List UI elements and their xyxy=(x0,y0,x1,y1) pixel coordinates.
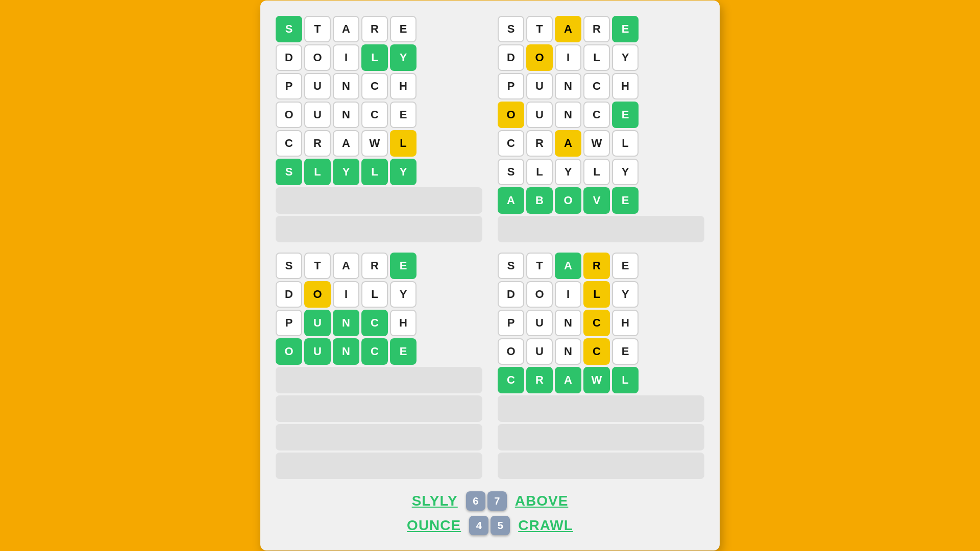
grid-cell: O xyxy=(276,102,302,128)
grid-row: STARE xyxy=(276,16,482,42)
empty-row-6 xyxy=(276,187,482,214)
grid-cell: L xyxy=(612,130,639,157)
grid-cell: N xyxy=(333,338,359,365)
score-badge-1a: 6 xyxy=(466,491,485,511)
grid-cell: S xyxy=(498,16,524,42)
grid-cell: C xyxy=(361,310,388,336)
grid-cell: C xyxy=(361,102,388,128)
grid-row: OUNCE xyxy=(498,338,704,365)
grid-cell: E xyxy=(612,102,639,128)
grid-cell: D xyxy=(276,281,302,308)
grid-cell: H xyxy=(390,310,416,336)
grid-cell: A xyxy=(333,253,359,279)
grid-cell: L xyxy=(583,44,610,71)
grid-cell: R xyxy=(304,130,331,157)
grid-cell: I xyxy=(333,281,359,308)
grid-cell: E xyxy=(390,102,416,128)
grid-cell: I xyxy=(555,44,581,71)
grid-cell: O xyxy=(276,338,302,365)
grids-container: STAREDOILYPUNCHOUNCECRAWLSLYLY STAREDOIL… xyxy=(276,16,704,479)
grid-cell: L xyxy=(526,159,553,185)
grid-cell: L xyxy=(583,159,610,185)
grid-row: CRAWL xyxy=(276,130,482,157)
grid-cell: E xyxy=(390,16,416,42)
grid-cell: B xyxy=(526,187,553,214)
grid-cell: Y xyxy=(390,281,416,308)
grid-cell: U xyxy=(526,73,553,99)
grid-cell: S xyxy=(276,253,302,279)
empty-row-7 xyxy=(498,453,704,479)
grid-cell: U xyxy=(304,310,331,336)
grid-cell: Y xyxy=(612,44,639,71)
grid-cell: U xyxy=(304,102,331,128)
bottom-section: SLYLY 6 7 ABOVE OUNCE 4 5 CRAWL xyxy=(276,491,704,535)
grid-cell: S xyxy=(498,253,524,279)
grid-cell: N xyxy=(555,338,581,365)
grid-row: CRAWL xyxy=(498,367,704,393)
grid-cell: O xyxy=(304,44,331,71)
grid-cell: P xyxy=(276,73,302,99)
grid-cell: D xyxy=(498,44,524,71)
grid-cell: R xyxy=(583,16,610,42)
grid-cell: E xyxy=(612,16,639,42)
empty-row-5 xyxy=(276,395,482,422)
grid-cell: A xyxy=(555,130,581,157)
grid-cell: H xyxy=(612,310,639,336)
empty-row-5 xyxy=(498,395,704,422)
grid-cell: E xyxy=(612,253,639,279)
grid-cell: Y xyxy=(555,159,581,185)
grid-cell: S xyxy=(276,159,302,185)
score-badge-2b: 5 xyxy=(491,516,510,535)
grid-cell: W xyxy=(361,130,388,157)
word-ounce[interactable]: OUNCE xyxy=(407,517,461,534)
word-above[interactable]: ABOVE xyxy=(515,493,569,509)
grid-cell: R xyxy=(361,253,388,279)
grid-1: STAREDOILYPUNCHOUNCECRAWLSLYLY xyxy=(276,16,482,242)
grid-cell: C xyxy=(276,130,302,157)
word-crawl[interactable]: CRAWL xyxy=(518,517,573,534)
grid-cell: W xyxy=(583,130,610,157)
word-slyly[interactable]: SLYLY xyxy=(412,493,458,509)
grid-cell: D xyxy=(276,44,302,71)
grid-cell: R xyxy=(526,367,553,393)
grid-cell: V xyxy=(583,187,610,214)
grid-row: STARE xyxy=(498,16,704,42)
grid-cell: R xyxy=(361,16,388,42)
grid-row: SLYLY xyxy=(276,159,482,185)
grid-cell: O xyxy=(498,102,524,128)
score-row-2: OUNCE 4 5 CRAWL xyxy=(407,516,573,535)
score-badge-2a: 4 xyxy=(469,516,488,535)
grid-cell: I xyxy=(333,44,359,71)
grid-row: PUNCH xyxy=(276,73,482,99)
grid-4: STAREDOILYPUNCHOUNCECRAWL xyxy=(498,253,704,479)
grid-2: STAREDOILYPUNCHOUNCECRAWLSLYLYABOVE xyxy=(498,16,704,242)
grid-cell: S xyxy=(498,159,524,185)
grid-row: CRAWL xyxy=(498,130,704,157)
grid-cell: A xyxy=(498,187,524,214)
grid-cell: U xyxy=(304,338,331,365)
grid-cell: P xyxy=(498,310,524,336)
grid-cell: N xyxy=(333,73,359,99)
grid-cell: A xyxy=(555,16,581,42)
grid-row: ABOVE xyxy=(498,187,704,214)
grid-row: STARE xyxy=(498,253,704,279)
grid-cell: H xyxy=(612,73,639,99)
grid-cell: O xyxy=(526,44,553,71)
grid-cell: T xyxy=(526,16,553,42)
grid-cell: Y xyxy=(390,44,416,71)
grid-cell: L xyxy=(583,281,610,308)
grid-row: DOILY xyxy=(498,44,704,71)
grid-cell: C xyxy=(583,338,610,365)
score-badges-1: 6 7 xyxy=(466,491,507,511)
grid-cell: C xyxy=(498,367,524,393)
grid-cell: P xyxy=(498,73,524,99)
grid-cell: H xyxy=(390,73,416,99)
grid-cell: E xyxy=(390,338,416,365)
grid-cell: W xyxy=(583,367,610,393)
empty-row-7 xyxy=(498,216,704,242)
grid-row: OUNCE xyxy=(276,102,482,128)
grid-cell: N xyxy=(555,102,581,128)
grid-cell: T xyxy=(304,16,331,42)
grid-cell: A xyxy=(555,367,581,393)
grid-cell: Y xyxy=(333,159,359,185)
